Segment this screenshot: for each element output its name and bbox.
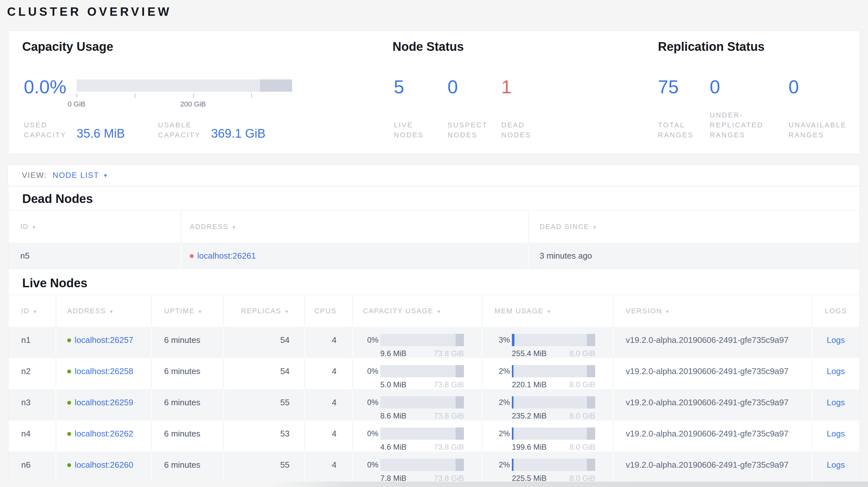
mem-usage-widget: 2% 199.6 MiB 8.0 GiB xyxy=(494,420,595,452)
node-version: v19.2.0-alpha.20190606-2491-gfe735c9a97 xyxy=(613,358,812,389)
unavailable-ranges-count: 0 xyxy=(788,76,799,97)
dead-col-address[interactable]: ADDRESS▼ xyxy=(181,210,528,242)
suspect-nodes-count: 0 xyxy=(447,76,458,97)
col-version[interactable]: VERSION▼ xyxy=(613,295,812,327)
mem-total: 8.0 GiB xyxy=(569,412,595,420)
logs-link[interactable]: Logs xyxy=(827,429,845,439)
node-capacity-usage-cell: 0% 8.6 MiB 73.8 GiB xyxy=(352,389,482,420)
capacity-bar xyxy=(380,459,464,471)
dead-status-dot-icon xyxy=(190,254,194,258)
mem-bar xyxy=(512,459,595,471)
col-cpus: CPUS xyxy=(304,295,352,327)
col-capacity-usage[interactable]: CAPACITY USAGE▼ xyxy=(352,295,482,327)
axis-tick xyxy=(76,94,77,98)
col-uptime[interactable]: UPTIME▼ xyxy=(151,295,223,327)
col-label: ADDRESS xyxy=(190,223,228,231)
capacity-bar-endcap xyxy=(456,396,464,409)
live-node-row: n6 localhost:26260 6 minutes 55 4 0% xyxy=(8,452,859,483)
live-nodes-count: 5 xyxy=(394,76,404,97)
col-label: CAPACITY USAGE xyxy=(363,307,433,315)
col-replicas[interactable]: REPLICAS▼ xyxy=(223,295,304,327)
live-nodes-label: LIVE NODES xyxy=(394,120,424,140)
mem-bar-endcap xyxy=(587,396,595,409)
mem-usage-widget: 2% 235.2 MiB 8.0 GiB xyxy=(494,389,595,420)
live-status-dot-icon xyxy=(67,369,71,374)
suspect-nodes-label: SUSPECT NODES xyxy=(447,120,488,140)
node-version: v19.2.0-alpha.20190606-2491-gfe735c9a97 xyxy=(613,327,812,358)
col-logs: LOGS xyxy=(812,295,859,327)
dead-node-row: n5 localhost:26261 3 minutes ago xyxy=(8,242,859,269)
live-nodes-table: ID▼ ADDRESS▼ UPTIME▼ REPLICAS▼ CPUS CAPA… xyxy=(8,295,859,483)
dead-node-dead-since: 3 minutes ago xyxy=(528,242,859,269)
mem-bar-endcap xyxy=(587,459,595,471)
node-uptime: 6 minutes xyxy=(151,452,223,483)
axis-tick-label: 0 GiB xyxy=(68,100,85,108)
capacity-bar xyxy=(380,427,464,440)
used-capacity-value: 35.6 MiB xyxy=(76,127,125,140)
dead-col-id[interactable]: ID▼ xyxy=(8,210,181,242)
node-replicas: 54 xyxy=(223,327,304,358)
node-id: n2 xyxy=(8,358,56,389)
capacity-bar-endcap xyxy=(456,365,464,377)
live-status-dot-icon xyxy=(67,338,71,342)
view-dropdown[interactable]: NODE LIST xyxy=(53,171,99,180)
mem-bar xyxy=(512,427,595,440)
under-replicated-stat: 0 UNDER- REPLICATED RANGES xyxy=(710,31,785,154)
col-label: DEAD SINCE xyxy=(539,223,589,231)
node-capacity-usage-cell: 0% 4.6 MiB 73.8 GiB xyxy=(352,420,482,452)
mem-usage-widget: 2% 225.5 MiB 8.0 GiB xyxy=(494,452,595,483)
mem-total: 8.0 GiB xyxy=(569,349,595,358)
node-mem-usage-cell: 2% 235.2 MiB 8.0 GiB xyxy=(482,389,613,420)
node-address-cell: localhost:26262 xyxy=(56,420,151,452)
node-logs-cell: Logs xyxy=(812,389,859,420)
node-address-link[interactable]: localhost:26262 xyxy=(75,429,133,439)
logs-link[interactable]: Logs xyxy=(827,335,845,345)
dead-nodes-heading: Dead Nodes xyxy=(22,192,859,206)
node-address-link[interactable]: localhost:26258 xyxy=(75,366,133,376)
capacity-usage-title: Capacity Usage xyxy=(22,40,113,54)
cluster-overview-page: CLUSTER OVERVIEW Capacity Usage 0.0% 0 G… xyxy=(0,0,868,487)
node-capacity-usage-cell: 0% 7.8 MiB 73.8 GiB xyxy=(352,452,482,483)
capacity-used: 8.6 MiB xyxy=(380,412,406,420)
col-label: VERSION xyxy=(626,307,662,315)
mem-used: 255.4 MiB xyxy=(512,349,547,358)
dropdown-arrow-icon[interactable]: ▼ xyxy=(103,173,108,178)
col-address[interactable]: ADDRESS▼ xyxy=(56,295,151,327)
node-address-link[interactable]: localhost:26260 xyxy=(75,460,133,469)
live-nodes-heading: Live Nodes xyxy=(22,276,859,290)
capacity-bar xyxy=(380,396,464,409)
col-mem-usage[interactable]: MEM USAGE▼ xyxy=(482,295,613,327)
capacity-bar-endcap xyxy=(456,334,464,346)
node-logs-cell: Logs xyxy=(812,452,859,483)
sort-arrow-icon: ▼ xyxy=(436,309,442,314)
node-id: n1 xyxy=(8,327,56,358)
dead-col-dead-since[interactable]: DEAD SINCE▼ xyxy=(528,210,859,242)
node-replicas: 54 xyxy=(223,358,304,389)
mem-bar-fill xyxy=(512,459,514,471)
page-title: CLUSTER OVERVIEW xyxy=(7,5,172,19)
capacity-bar-endcap xyxy=(260,79,292,92)
node-uptime: 6 minutes xyxy=(151,327,223,358)
node-address-link[interactable]: localhost:26259 xyxy=(75,397,133,407)
node-version: v19.2.0-alpha.20190606-2491-gfe735c9a97 xyxy=(613,420,812,452)
node-cpus: 4 xyxy=(304,452,352,483)
logs-link[interactable]: Logs xyxy=(827,366,845,376)
capacity-percent: 0% xyxy=(363,460,378,469)
logs-link[interactable]: Logs xyxy=(827,397,845,407)
node-address-link[interactable]: localhost:26257 xyxy=(75,335,133,345)
under-replicated-count: 0 xyxy=(710,76,720,97)
live-table-header-row: ID▼ ADDRESS▼ UPTIME▼ REPLICAS▼ CPUS CAPA… xyxy=(8,295,859,327)
live-status-dot-icon xyxy=(67,401,71,404)
logs-link[interactable]: Logs xyxy=(827,460,845,469)
capacity-percent: 0% xyxy=(363,429,378,438)
node-uptime: 6 minutes xyxy=(151,358,223,389)
dead-node-address-link[interactable]: localhost:26261 xyxy=(197,251,256,261)
total-ranges-count: 75 xyxy=(658,76,679,97)
node-capacity-usage-cell: 0% 5.0 MiB 73.8 GiB xyxy=(352,358,482,389)
axis-tick xyxy=(193,94,194,98)
node-address-cell: localhost:26257 xyxy=(56,327,151,358)
capacity-bar xyxy=(380,365,464,377)
col-id[interactable]: ID▼ xyxy=(8,295,56,327)
nodes-tables-panel: Dead Nodes ID▼ ADDRESS▼ DEAD SINCE▼ n5 xyxy=(8,186,860,483)
col-label: UPTIME xyxy=(164,307,195,315)
